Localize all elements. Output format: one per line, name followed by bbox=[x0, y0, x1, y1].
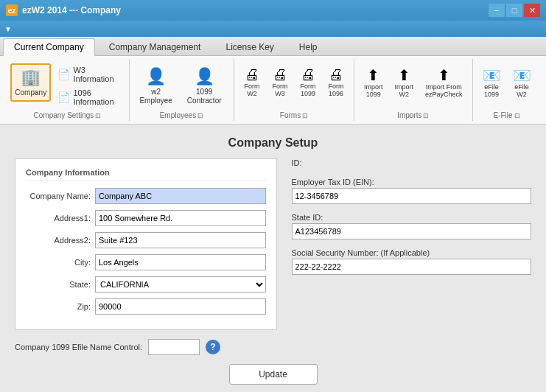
company-btn-label: Company bbox=[15, 88, 46, 97]
ribbon-btn-company[interactable]: 🏢 Company bbox=[10, 63, 51, 102]
import-w2-label: ImportW2 bbox=[395, 84, 414, 99]
imports-expand-icon[interactable]: ⊡ bbox=[423, 112, 429, 119]
ribbon-btn-import-w2[interactable]: ⬆ ImportW2 bbox=[390, 63, 419, 102]
efile-1099-label: eFile1099 bbox=[484, 84, 499, 99]
ribbon-btn-import-1099[interactable]: ⬆ Import1099 bbox=[359, 63, 388, 102]
company-name-input[interactable] bbox=[95, 188, 266, 204]
id-group: ID: bbox=[292, 158, 532, 169]
maximize-button[interactable]: □ bbox=[506, 4, 522, 17]
ribbon-btn-efile-w2[interactable]: 📧 eFileW2 bbox=[508, 63, 536, 102]
company-settings-items: 🏢 Company 📄 W3 Information 📄 1096 Inform… bbox=[10, 60, 125, 109]
company-settings-label: Company Settings ⊡ bbox=[34, 109, 102, 119]
ribbon-btn-form-1096[interactable]: 🖨 Form1096 bbox=[323, 63, 349, 101]
zip-row: Zip: bbox=[26, 298, 266, 315]
efile-label: E-File ⊡ bbox=[494, 109, 520, 119]
tab-current-company[interactable]: Current Company bbox=[3, 38, 95, 56]
zip-label: Zip: bbox=[26, 302, 91, 311]
1099-contractor-label: 1099 Contractor bbox=[186, 88, 223, 105]
close-button[interactable]: ✕ bbox=[524, 4, 540, 17]
forms-label: Forms ⊡ bbox=[280, 109, 308, 119]
form-1099-label: Form1099 bbox=[301, 83, 316, 98]
w2-employee-icon: 👤 bbox=[146, 67, 166, 86]
address1-input[interactable] bbox=[95, 210, 266, 226]
import-ezpaycheck-label: Import FromezPayCheck bbox=[425, 84, 463, 99]
imports-label: Imports ⊡ bbox=[397, 109, 429, 119]
help-button[interactable]: ? bbox=[206, 340, 220, 354]
ssn-label: Social Security Number: (If Applicable) bbox=[292, 248, 532, 257]
ribbon-group-employees: 👤 w2 Employee 👤 1099 Contractor Employee… bbox=[130, 59, 234, 121]
efile-w2-label: eFileW2 bbox=[514, 84, 529, 99]
company-name-row: Company Name: bbox=[26, 188, 266, 204]
id-label: ID: bbox=[292, 158, 532, 167]
state-id-label: State ID: bbox=[292, 213, 532, 222]
1096-label: 1096 Information bbox=[73, 88, 119, 106]
employees-expand-icon[interactable]: ⊡ bbox=[197, 112, 203, 119]
ribbon-btn-w2-employee[interactable]: 👤 w2 Employee bbox=[134, 63, 178, 109]
company-stacked-btns: 📄 W3 Information 📄 1096 Information bbox=[52, 63, 124, 108]
tab-company-management[interactable]: Company Management bbox=[98, 38, 212, 55]
ribbon: Current Company Company Management Licen… bbox=[0, 37, 546, 125]
app-icon: ez bbox=[6, 4, 18, 16]
minimize-button[interactable]: − bbox=[489, 4, 505, 17]
efile-expand-icon[interactable]: ⊡ bbox=[514, 112, 520, 119]
ribbon-group-imports: ⬆ Import1099 ⬆ ImportW2 ⬆ Import FromezP… bbox=[354, 59, 473, 121]
1096-icon: 📄 bbox=[57, 91, 70, 103]
window-title: ezW2 2014 --- Company bbox=[22, 5, 489, 15]
ribbon-btn-w3[interactable]: 📄 W3 Information bbox=[52, 63, 124, 85]
tab-license-key[interactable]: License Key bbox=[214, 38, 284, 55]
ribbon-group-efile: 📧 eFile1099 📧 eFileW2 E-File ⊡ bbox=[473, 59, 541, 121]
state-select[interactable]: CALIFORNIA ALABAMA ALASKA ARIZONA ARKANS… bbox=[95, 276, 266, 293]
ribbon-btn-form-w3[interactable]: 🖨 FormW3 bbox=[267, 63, 293, 101]
efile-items: 📧 eFile1099 📧 eFileW2 bbox=[477, 60, 536, 109]
efile-1099-icon: 📧 bbox=[483, 66, 501, 84]
1099-contractor-icon: 👤 bbox=[195, 67, 214, 86]
forms-items: 🖨 FormW2 🖨 FormW3 🖨 Form1099 🖨 Form1096 bbox=[239, 60, 349, 109]
state-id-input[interactable] bbox=[292, 223, 532, 239]
ribbon-btn-form-1099[interactable]: 🖨 Form1099 bbox=[295, 63, 321, 101]
form-w3-label: FormW3 bbox=[273, 83, 288, 98]
city-input[interactable] bbox=[95, 254, 266, 270]
address2-input[interactable] bbox=[95, 232, 266, 248]
company-info-section: Company Information Company Name: Addres… bbox=[15, 158, 277, 330]
address2-row: Address2: bbox=[26, 232, 266, 248]
form-1096-icon: 🖨 bbox=[329, 66, 343, 83]
import-w2-icon: ⬆ bbox=[398, 66, 410, 84]
ribbon-btn-import-ezpaycheck[interactable]: ⬆ Import FromezPayCheck bbox=[420, 63, 468, 102]
w3-label: W3 Information bbox=[73, 66, 119, 83]
efile-name-input[interactable] bbox=[148, 339, 200, 355]
ssn-group: Social Security Number: (If Applicable) bbox=[292, 248, 532, 275]
form-1099-icon: 🖨 bbox=[301, 66, 315, 83]
state-id-group: State ID: bbox=[292, 213, 532, 239]
ribbon-btn-1096[interactable]: 📄 1096 Information bbox=[52, 86, 124, 108]
state-row: State: CALIFORNIA ALABAMA ALASKA ARIZONA… bbox=[26, 276, 266, 293]
ribbon-content: 🏢 Company 📄 W3 Information 📄 1096 Inform… bbox=[0, 56, 546, 124]
page-title: Company Setup bbox=[15, 136, 531, 150]
company-settings-expand-icon[interactable]: ⊡ bbox=[95, 112, 101, 119]
ribbon-group-forms: 🖨 FormW2 🖨 FormW3 🖨 Form1099 🖨 Form1096 … bbox=[234, 59, 354, 121]
employees-label: Employees ⊡ bbox=[160, 109, 203, 119]
ribbon-btn-efile-1099[interactable]: 📧 eFile1099 bbox=[477, 63, 506, 102]
form-w3-icon: 🖨 bbox=[273, 66, 287, 83]
employees-items: 👤 w2 Employee 👤 1099 Contractor bbox=[134, 60, 229, 109]
efile-w2-icon: 📧 bbox=[513, 66, 531, 84]
w3-icon: 📄 bbox=[57, 69, 70, 80]
forms-expand-icon[interactable]: ⊡ bbox=[302, 112, 308, 119]
city-row: City: bbox=[26, 254, 266, 270]
imports-items: ⬆ Import1099 ⬆ ImportW2 ⬆ Import FromezP… bbox=[359, 60, 468, 109]
ribbon-btn-form-w2[interactable]: 🖨 FormW2 bbox=[239, 63, 265, 101]
form-1096-label: Form1096 bbox=[329, 83, 344, 98]
employer-tax-input[interactable] bbox=[292, 188, 532, 204]
efile-name-label: Company 1099 Efile Name Control: bbox=[15, 343, 142, 351]
zip-input[interactable] bbox=[95, 298, 266, 315]
tab-help[interactable]: Help bbox=[288, 38, 329, 55]
main-content: Company Setup Company Information Compan… bbox=[0, 125, 546, 392]
ssn-input[interactable] bbox=[292, 259, 532, 275]
ribbon-group-company-settings: 🏢 Company 📄 W3 Information 📄 1096 Inform… bbox=[6, 59, 130, 121]
quick-access-arrow[interactable]: ▼ bbox=[4, 25, 12, 33]
import-1099-label: Import1099 bbox=[364, 84, 383, 99]
import-ezpaycheck-icon: ⬆ bbox=[438, 66, 450, 84]
update-button[interactable]: Update bbox=[229, 364, 318, 385]
ribbon-btn-1099-contractor[interactable]: 👤 1099 Contractor bbox=[179, 63, 229, 109]
right-section: ID: Employer Tax ID (EIN): State ID: Soc… bbox=[292, 158, 532, 330]
employer-tax-group: Employer Tax ID (EIN): bbox=[292, 178, 532, 204]
